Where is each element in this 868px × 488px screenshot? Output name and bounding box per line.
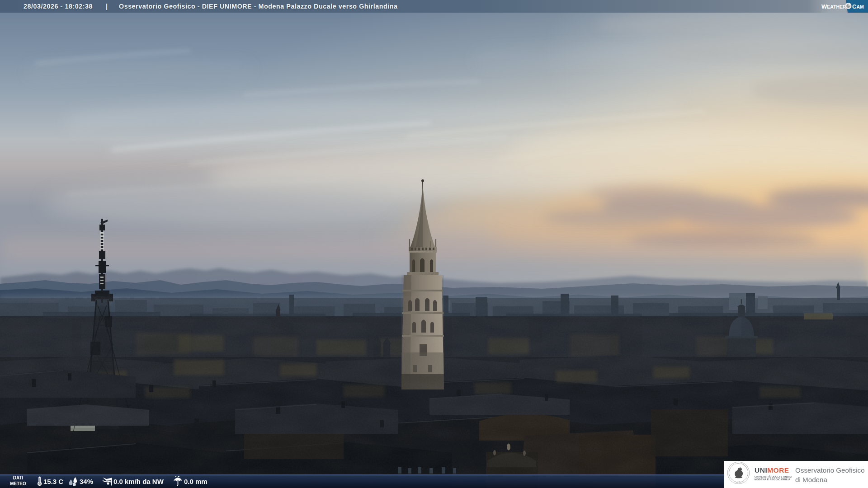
- svg-text:1175: 1175: [737, 481, 741, 483]
- svg-text:CAM: CAM: [852, 3, 864, 10]
- svg-text:WEATHER: WEATHER: [821, 3, 846, 10]
